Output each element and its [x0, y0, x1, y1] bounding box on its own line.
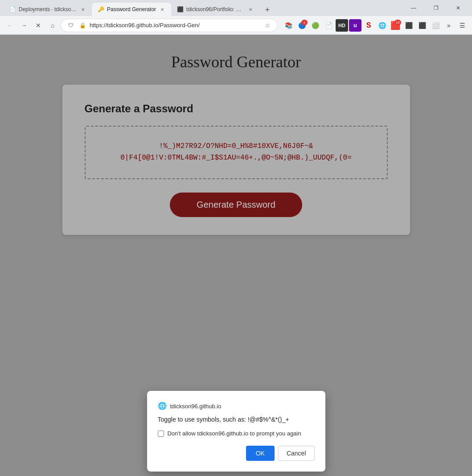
- toolbar-icon-u[interactable]: u: [349, 19, 361, 32]
- dialog-message: Toggle to use symbols, such as: !@#$%^&*…: [158, 416, 315, 423]
- toolbar-icon-red[interactable]: ⬛: [402, 19, 415, 32]
- security-icon: 🛡: [66, 21, 75, 30]
- bookmark-icon[interactable]: ☆: [263, 21, 272, 30]
- dialog-ok-button[interactable]: OK: [246, 446, 275, 461]
- window-controls: — ❐ ✕: [403, 1, 468, 15]
- tab-favicon-3: ⬛: [176, 6, 184, 13]
- tab-deployments[interactable]: 📄 Deployments · tdickson96/Pass... ✕: [4, 3, 92, 16]
- toolbar-icon-green[interactable]: 🟢: [309, 19, 321, 32]
- browser-dialog: 🌐 tdickson96.github.io Toggle to use sym…: [147, 391, 325, 472]
- dialog-checkbox-row: Don't allow tdickson96.github.io to prom…: [158, 430, 315, 437]
- tab-title-2: Password Generator: [107, 6, 156, 12]
- address-bar[interactable]: 🛡 🔒 https://tdickson96.github.io/Passwor…: [61, 19, 278, 32]
- close-loading-button[interactable]: ✕: [32, 19, 45, 32]
- hamburger-menu-icon[interactable]: ☰: [456, 19, 468, 32]
- tab-title-3: tdickson96/Portfolio: Coding pr...: [186, 6, 244, 12]
- dialog-buttons: OK Cancel: [158, 446, 315, 461]
- dialog-site-name: tdickson96.github.io: [170, 403, 222, 410]
- home-button[interactable]: ⌂: [46, 19, 59, 32]
- toolbar-icon-dark[interactable]: ⬜: [429, 19, 442, 32]
- browser-chrome: 📄 Deployments · tdickson96/Pass... ✕ 🔑 P…: [0, 0, 472, 35]
- maximize-button[interactable]: ❐: [426, 1, 446, 15]
- tab-favicon-1: 📄: [9, 6, 16, 13]
- title-bar: 📄 Deployments · tdickson96/Pass... ✕ 🔑 P…: [0, 0, 472, 16]
- address-bar-actions: ☆: [263, 21, 272, 30]
- page-content: Password Generator Generate a Password !…: [0, 35, 472, 476]
- url-display: https://tdickson96.github.io/Password-Ge…: [90, 22, 260, 29]
- dialog-globe-icon: 🌐: [158, 402, 167, 410]
- tab-favicon-2: 🔑: [97, 6, 104, 13]
- badge-count-16: 16: [394, 20, 401, 25]
- toolbar-icon-s-red[interactable]: S: [362, 19, 375, 32]
- tabs-area: 📄 Deployments · tdickson96/Pass... ✕ 🔑 P…: [4, 0, 403, 16]
- new-tab-button[interactable]: +: [261, 4, 274, 16]
- forward-button[interactable]: →: [18, 19, 30, 32]
- minimize-button[interactable]: —: [403, 1, 424, 15]
- tab-title-1: Deployments · tdickson96/Pass...: [19, 6, 77, 12]
- bookmarks-library-icon[interactable]: 📚: [282, 19, 295, 32]
- extensions-badge-icon[interactable]: 🔵 1: [296, 19, 308, 32]
- toolbar-icon-brown[interactable]: ⬛: [416, 19, 428, 32]
- browser-toolbar: 📚 🔵 1 🟢 📄 HD u S 🌐 🟥 16 ⬛ ⬛ ⬜ » ☰: [282, 19, 468, 32]
- dialog-checkbox-label: Don't allow tdickson96.github.io to prom…: [168, 430, 301, 437]
- address-bar-row: ← → ✕ ⌂ 🛡 🔒 https://tdickson96.github.io…: [0, 16, 472, 35]
- back-button[interactable]: ←: [4, 19, 16, 32]
- dialog-checkbox[interactable]: [158, 431, 164, 437]
- dialog-cancel-button[interactable]: Cancel: [278, 446, 315, 461]
- tab-close-1[interactable]: ✕: [79, 6, 86, 13]
- tab-close-3[interactable]: ✕: [247, 6, 254, 13]
- dialog-header: 🌐 tdickson96.github.io: [158, 402, 315, 410]
- overflow-menu-icon[interactable]: »: [443, 19, 455, 32]
- close-button[interactable]: ✕: [448, 1, 468, 15]
- toolbar-icon-globe[interactable]: 🌐: [376, 19, 388, 32]
- lock-icon: 🔒: [78, 21, 87, 30]
- badge-count: 1: [301, 20, 308, 25]
- tab-close-2[interactable]: ✕: [159, 6, 166, 13]
- dialog-overlay: 🌐 tdickson96.github.io Toggle to use sym…: [0, 35, 472, 476]
- toolbar-icon-pdf[interactable]: 📄: [322, 19, 335, 32]
- tab-portfolio[interactable]: ⬛ tdickson96/Portfolio: Coding pr... ✕: [171, 3, 259, 16]
- toolbar-icon-badge-16[interactable]: 🟥 16: [389, 19, 402, 32]
- toolbar-icon-hd[interactable]: HD: [336, 19, 348, 32]
- tab-password-generator[interactable]: 🔑 Password Generator ✕: [92, 3, 171, 16]
